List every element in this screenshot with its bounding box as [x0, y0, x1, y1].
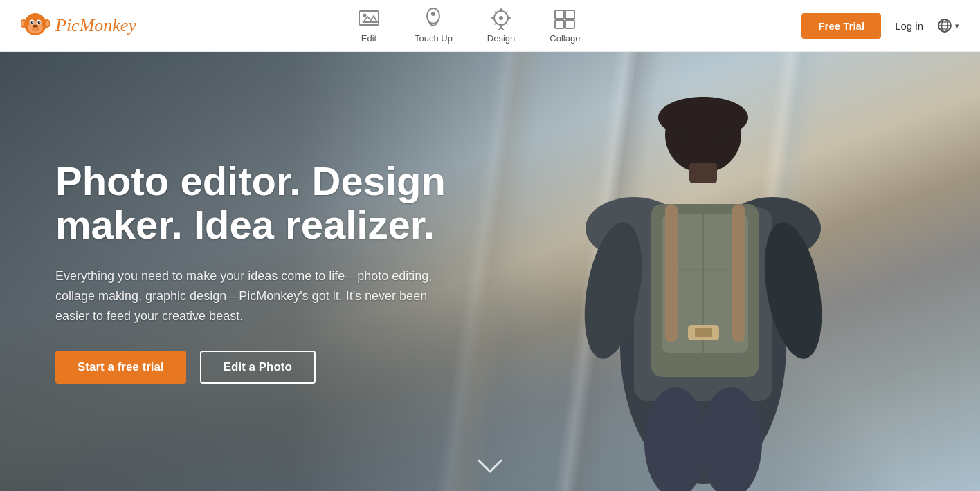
svg-rect-56: [695, 328, 712, 337]
main-nav: Edit Touch Up: [136, 8, 801, 44]
svg-point-30: [499, 16, 503, 20]
svg-point-44: [658, 97, 748, 138]
hero-subtext: Everything you need to make your ideas c…: [55, 266, 443, 326]
scroll-down-chevron[interactable]: [478, 459, 502, 474]
edit-icon: [358, 8, 380, 30]
nav-design-label: Design: [487, 33, 515, 44]
edit-a-photo-button[interactable]: Edit a Photo: [200, 351, 316, 384]
svg-point-12: [39, 21, 40, 23]
svg-line-28: [495, 23, 496, 24]
hero-person-image: [496, 52, 911, 491]
svg-point-20: [431, 12, 435, 16]
svg-point-18: [363, 13, 366, 17]
svg-point-14: [33, 25, 35, 26]
svg-rect-36: [565, 20, 574, 28]
hero-section: Photo editor. Design maker. Idea realize…: [0, 52, 980, 491]
header-right: Free Trial Log in ▾: [801, 13, 959, 39]
nav-touchup-label: Touch Up: [415, 33, 453, 44]
hero-headline: Photo editor. Design maker. Idea realize…: [55, 159, 484, 248]
svg-line-32: [501, 28, 503, 30]
nav-collage-label: Collage: [550, 33, 580, 44]
svg-rect-33: [555, 10, 564, 19]
logo[interactable]: PicMonkey: [21, 11, 136, 40]
nav-edit-label: Edit: [361, 33, 376, 44]
svg-point-13: [33, 25, 38, 28]
globe-icon: [937, 18, 952, 33]
hero-content: Photo editor. Design maker. Idea realize…: [55, 159, 484, 385]
svg-rect-34: [565, 10, 574, 19]
svg-marker-17: [363, 16, 377, 22]
hero-buttons: Start a free trial Edit a Photo: [55, 351, 484, 384]
nav-item-design[interactable]: Design: [487, 8, 515, 44]
svg-line-29: [506, 23, 507, 24]
chevron-down-icon: [478, 459, 502, 474]
svg-point-15: [35, 25, 37, 26]
svg-rect-53: [665, 204, 678, 342]
nav-item-edit[interactable]: Edit: [358, 8, 380, 44]
svg-line-26: [495, 12, 496, 13]
logo-monkey-icon: [21, 11, 50, 40]
collage-icon: [554, 8, 576, 30]
header: PicMonkey Edit Touch Up: [0, 0, 980, 52]
svg-rect-45: [689, 163, 717, 183]
touchup-icon: [422, 8, 444, 30]
login-link[interactable]: Log in: [895, 20, 923, 32]
svg-rect-35: [555, 20, 564, 28]
design-icon: [490, 8, 512, 30]
start-free-trial-button[interactable]: Start a free trial: [55, 351, 186, 384]
nav-item-collage[interactable]: Collage: [550, 8, 580, 44]
free-trial-button[interactable]: Free Trial: [801, 13, 881, 39]
logo-text: PicMonkey: [55, 15, 136, 36]
language-selector[interactable]: ▾: [937, 18, 959, 33]
nav-item-touchup[interactable]: Touch Up: [415, 8, 453, 44]
person-backpack-svg: [523, 55, 883, 491]
language-chevron-icon: ▾: [955, 21, 959, 30]
svg-rect-54: [732, 204, 745, 342]
svg-point-11: [32, 21, 33, 23]
svg-line-27: [506, 12, 507, 13]
